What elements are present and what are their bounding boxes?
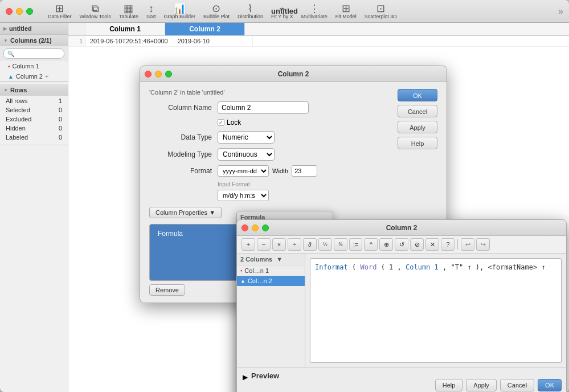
all-rows-label: All rows (1, 97, 48, 105)
formula-minus-btn[interactable]: − (257, 238, 271, 251)
formula-win-title-bar: Column 2 (237, 220, 566, 236)
input-format-select[interactable]: m/d/y h:m:s (218, 190, 269, 201)
toolbar-bubble-plot[interactable]: ⊙ Bubble Plot (200, 2, 233, 21)
help-button[interactable]: Help (398, 137, 437, 149)
formula-win-close[interactable] (241, 224, 248, 231)
formula-col-item-2[interactable]: ▲ Col…n 2 (237, 276, 305, 286)
formula-theta-btn[interactable]: ∂ (303, 238, 317, 251)
format-label: Format (149, 167, 218, 175)
columns-search-input[interactable] (3, 48, 64, 59)
table-row: Selected 0 (1, 106, 67, 114)
hidden-value: 0 (50, 124, 67, 132)
dialog-maximize-button[interactable] (165, 71, 172, 77)
formula-redo-btn[interactable]: ↪ (476, 238, 490, 251)
formula-plus-btn[interactable]: + (241, 238, 255, 251)
lock-checkbox[interactable]: ✓ (218, 119, 224, 126)
formula-caret-btn[interactable]: ^ (364, 238, 378, 251)
sidebar-item-column1[interactable]: ▪ Column 1 (0, 61, 68, 71)
cancel-button[interactable]: Cancel (398, 105, 437, 117)
formula-win-buttons: Help Apply Cancel OK (431, 368, 566, 392)
traffic-lights (6, 8, 33, 15)
formula-rotate-btn[interactable]: ↺ (395, 238, 408, 251)
toolbar-tabulate[interactable]: ▦ Tabulate (116, 2, 142, 21)
formula-word-keyword: Word (361, 263, 377, 271)
dialog-minimize-button[interactable] (155, 71, 162, 77)
maximize-button[interactable] (26, 8, 33, 15)
col-props-button[interactable]: Column Properties ▼ (149, 207, 222, 218)
toolbar-fit-model[interactable]: ⊞ Fit Model (332, 2, 360, 21)
grid-cell-1-2[interactable]: 2019-06-10 (173, 36, 253, 46)
toolbar-window-tools[interactable]: ⧉ Window Tools (76, 2, 114, 21)
formula-paren-open: ( (352, 263, 356, 271)
formula-win-max[interactable] (262, 224, 269, 231)
sidebar-rows-header[interactable]: ▼ Rows (0, 84, 68, 96)
formula-ok-btn[interactable]: OK (538, 379, 562, 391)
formula-editor-area: Informat ( Word ( 1 , Column 1 , "T" ↑ )… (305, 254, 566, 368)
toolbar-label: Multivariate (301, 14, 328, 19)
modeling-type-select[interactable]: Continuous Ordinal Nominal (218, 148, 275, 161)
format-select[interactable]: yyyy-mm-dd (218, 165, 269, 177)
sidebar-rows-section: ▼ Rows All rows 1 Selected 0 Excluded 0 (0, 82, 68, 145)
chevron-down-icon: ▼ (3, 38, 8, 43)
toolbar-distribution[interactable]: ⌇ Distribution (234, 2, 267, 21)
formula-x-btn[interactable]: ✕ (425, 238, 439, 251)
formula-col-item-1[interactable]: ▪ Col…n 1 (237, 266, 305, 276)
formula-help-btn[interactable]: Help (435, 379, 463, 391)
formula-apply-btn[interactable]: Apply (466, 379, 497, 391)
table-row: Labeled 0 (1, 133, 67, 141)
formula-threequarters-btn[interactable]: ¾ (334, 238, 347, 251)
formula-undo-btn[interactable]: ↩ (461, 238, 474, 251)
tabulate-icon: ▦ (124, 3, 133, 14)
apply-button[interactable]: Apply (398, 121, 437, 133)
width-label: Width (272, 168, 288, 174)
sidebar-item-column2[interactable]: ▲ Column 2 + (0, 71, 68, 81)
formula-assign-btn[interactable]: := (349, 238, 362, 251)
close-button[interactable] (6, 8, 13, 15)
dialog-close-button[interactable] (145, 71, 152, 77)
sidebar-untitled-header[interactable]: ▶ untitled (0, 23, 68, 34)
formula-columns-panel: 2 Columns ▼ ▪ Col…n 1 ▲ Col…n 2 (237, 254, 305, 368)
column-name-input[interactable] (218, 101, 309, 114)
toolbar-scatterplot-3d[interactable]: ⊡ Scatterplot 3D (361, 2, 400, 21)
grid-col-2[interactable]: Column 2 (165, 23, 245, 35)
sidebar-window-title: untitled (9, 25, 32, 32)
formula-toolbar: + − × ÷ ∂ ½ ¾ := ^ ⊕ ↺ ⊘ ✕ ? ↩ ↪ (237, 236, 566, 254)
minimize-button[interactable] (16, 8, 23, 15)
toolbar-sort[interactable]: ↕ Sort (143, 2, 159, 21)
grid-row-1: 1 2019-06-10T20:51:46+0000 2019-06-10 (68, 36, 569, 47)
formula-mult-btn[interactable]: × (272, 238, 286, 251)
grid-col-1[interactable]: Column 1 (85, 23, 165, 35)
formula-win-min[interactable] (252, 224, 259, 231)
toolbar-expand[interactable]: » (558, 6, 563, 17)
remove-button[interactable]: Remove (149, 284, 185, 296)
preview-section: ▶ Preview (237, 368, 431, 392)
hidden-label: Hidden (1, 124, 48, 132)
width-input[interactable] (292, 165, 317, 177)
formula-circle-btn[interactable]: ⊘ (410, 238, 424, 251)
formula-half-btn[interactable]: ½ (318, 238, 332, 251)
toolbar-data-filter[interactable]: ⊞ Data Filter (44, 2, 75, 21)
formula-div-btn[interactable]: ÷ (288, 238, 301, 251)
column-name-row: Column Name (149, 101, 437, 114)
formula-up2: ↑ (541, 263, 545, 271)
toolbar-label: Sort (146, 14, 156, 19)
add-column-button[interactable]: + (45, 73, 48, 80)
app-title: untitled (271, 7, 298, 15)
formula-editor[interactable]: Informat ( Word ( 1 , Column 1 , "T" ↑ )… (310, 258, 562, 363)
toolbar-multivariate[interactable]: ⋮ Multivariate (298, 2, 331, 21)
sidebar-columns-header[interactable]: ▼ Columns (2/1) (0, 35, 68, 46)
chevron-right-icon: ▶ (3, 26, 7, 31)
toolbar-graph-builder[interactable]: 📊 Graph Builder (160, 2, 199, 21)
data-type-select[interactable]: Numeric Character Row State (218, 131, 275, 144)
grid-cell-1-1[interactable]: 2019-06-10T20:51:46+0000 (85, 36, 173, 46)
formula-help-btn[interactable]: ? (441, 238, 455, 251)
ok-button[interactable]: OK (398, 89, 437, 101)
app-window: ⊞ Data Filter ⧉ Window Tools ▦ Tabulate … (0, 0, 569, 392)
formula-circle-plus-btn[interactable]: ⊕ (379, 238, 393, 251)
toolbar-divider (457, 239, 458, 250)
formula-win-traffic-lights (241, 224, 269, 231)
column2-label: Column 2 (16, 73, 43, 80)
formula-cancel-btn[interactable]: Cancel (500, 379, 534, 391)
preview-arrow: ▶ (243, 373, 248, 381)
formula-panels: 2 Columns ▼ ▪ Col…n 1 ▲ Col…n 2 Informat… (237, 254, 566, 368)
